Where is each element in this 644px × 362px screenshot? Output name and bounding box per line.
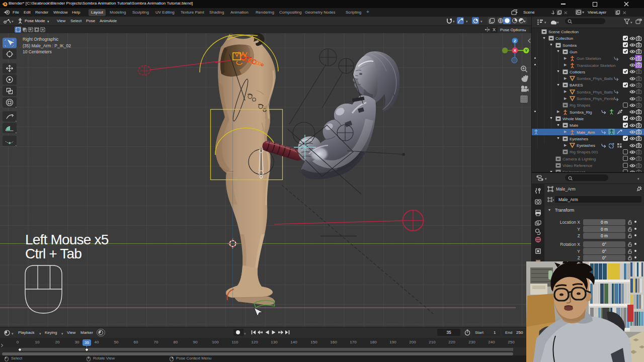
svg-text:(35) Male_Arm : P_IK_02: (35) Male_Arm : P_IK_02: [23, 43, 71, 48]
svg-text:Y: Y: [525, 48, 528, 53]
svg-text:Right Orthographic: Right Orthographic: [23, 37, 59, 42]
svg-text:X: X: [514, 48, 517, 53]
svg-text:10 Centimeters: 10 Centimeters: [23, 49, 52, 54]
svg-text:Z: Z: [514, 39, 516, 43]
